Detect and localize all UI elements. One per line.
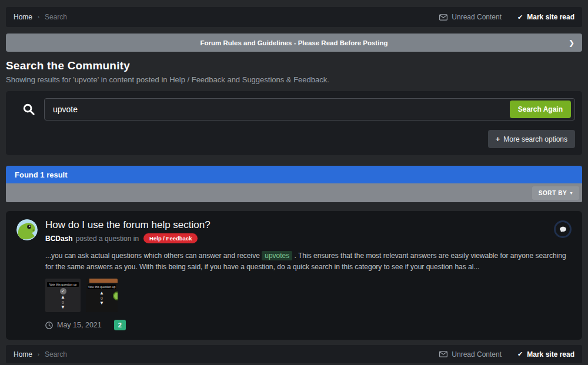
- chevron-right-icon: ›: [38, 351, 39, 357]
- result-title-link[interactable]: How do I use the forum help section?: [45, 219, 554, 231]
- more-search-options-button[interactable]: + More search options: [488, 130, 575, 148]
- thumb-tooltip-text: Vote this question up: [88, 284, 116, 289]
- search-again-button[interactable]: Search Again: [510, 101, 571, 118]
- bottom-bar-actions: Unread Content ✔ Mark site read: [439, 350, 574, 359]
- unread-content-label: Unread Content: [452, 350, 502, 359]
- unread-content-link[interactable]: Unread Content: [439, 350, 502, 359]
- breadcrumb-home-link[interactable]: Home: [14, 13, 32, 21]
- caret-down-icon: ▾: [570, 190, 573, 196]
- bottom-bar: Home › Search Unread Content ✔ Mark site…: [6, 345, 582, 363]
- plus-icon: +: [496, 135, 500, 143]
- top-bar-actions: Unread Content ✔ Mark site read: [439, 13, 574, 21]
- more-options-row: + More search options: [13, 130, 575, 148]
- breadcrumb: Home › Search: [14, 13, 67, 21]
- unread-content-link[interactable]: Unread Content: [439, 13, 502, 21]
- search-input-wrap: Search Again: [44, 98, 575, 120]
- avatar[interactable]: [16, 219, 38, 240]
- byline-verb: posted a question in: [76, 235, 139, 243]
- category-badge[interactable]: Help / Feedback: [143, 233, 198, 243]
- result-byline: BCDash posted a question in Help / Feedb…: [45, 233, 554, 243]
- mark-site-read-link[interactable]: ✔ Mark site read: [517, 350, 574, 359]
- page-subtitle: Showing results for 'upvote' in content …: [6, 75, 582, 84]
- clock-icon: [45, 322, 53, 329]
- chevron-right-icon: ❯: [569, 39, 574, 47]
- reply-count-badge[interactable]: 2: [114, 320, 126, 330]
- breadcrumb-current: Search: [45, 13, 67, 21]
- search-input[interactable]: [52, 104, 510, 115]
- result-footer: May 15, 2021 2: [45, 320, 572, 330]
- author-link[interactable]: BCDash: [45, 235, 73, 243]
- snippet-text-before: ...you can ask actual questions which ot…: [45, 252, 262, 260]
- question-bubble-icon: [554, 220, 572, 238]
- thumb-tooltip-text: Vote this question up: [47, 282, 79, 287]
- result-snippet: ...you can ask actual questions which ot…: [45, 250, 572, 272]
- sort-by-button[interactable]: SORT BY ▾: [532, 186, 579, 200]
- breadcrumb-home-link[interactable]: Home: [14, 350, 32, 359]
- thumb-vote-controls: ✓ ▲ 0 ▼: [45, 288, 81, 310]
- speech-bubble-icon: [559, 226, 567, 233]
- more-search-options-label: More search options: [503, 135, 567, 143]
- breadcrumb: Home › Search: [14, 350, 67, 359]
- check-icon: ✔: [517, 14, 523, 21]
- thumbnail-vote-screenshot-2[interactable]: Vote this question up ▲ 0 ▼: [86, 279, 118, 312]
- thumbnail-vote-screenshot-1[interactable]: Vote this question up ✓ ▲ 0 ▼: [45, 279, 81, 312]
- results-count-text: Found 1 result: [15, 170, 68, 179]
- downvote-arrow-icon: ▼: [61, 305, 65, 310]
- results-count-bar: Found 1 result: [6, 166, 582, 183]
- unread-content-label: Unread Content: [452, 13, 502, 21]
- chevron-right-icon: ›: [38, 14, 39, 20]
- breadcrumb-current: Search: [45, 350, 67, 359]
- downvote-arrow-icon: ▼: [99, 301, 104, 306]
- search-icon: [22, 103, 35, 116]
- search-results-page: Home › Search Unread Content ✔ Mark site…: [0, 7, 588, 365]
- result-head-text: How do I use the forum help section? BCD…: [45, 219, 554, 243]
- top-bar: Home › Search Unread Content ✔ Mark site…: [6, 7, 582, 27]
- result-body: ...you can ask actual questions which ot…: [45, 250, 572, 330]
- result-header: How do I use the forum help section? BCD…: [16, 219, 572, 243]
- forum-rules-banner-text: Forum Rules and Guidelines - Please Read…: [201, 39, 388, 46]
- thumb-header-bar: [89, 279, 118, 283]
- check-circle-icon: ✓: [60, 288, 66, 294]
- upvote-arrow-icon: ▲: [61, 295, 65, 300]
- search-panel: Search Again + More search options: [6, 91, 582, 155]
- search-result-item: How do I use the forum help section? BCD…: [6, 211, 582, 340]
- page-title: Search the Community: [6, 59, 582, 72]
- highlighted-search-term: upvotes: [262, 251, 292, 260]
- mark-site-read-label: Mark site read: [527, 350, 574, 359]
- gecko-avatar-image: [16, 219, 38, 240]
- envelope-icon: [439, 351, 447, 357]
- attachment-thumbnails: Vote this question up ✓ ▲ 0 ▼ Vote this …: [45, 279, 572, 312]
- page-header: Search the Community Showing results for…: [6, 59, 582, 84]
- mark-site-read-link[interactable]: ✔ Mark site read: [517, 13, 574, 21]
- envelope-icon: [439, 14, 447, 21]
- sort-bar: SORT BY ▾: [6, 183, 582, 202]
- check-icon: ✔: [517, 350, 523, 358]
- upvote-arrow-icon: ▲: [99, 291, 104, 296]
- sort-by-label: SORT BY: [539, 190, 567, 196]
- search-row: Search Again: [13, 98, 575, 120]
- forum-rules-banner[interactable]: Forum Rules and Guidelines - Please Read…: [6, 34, 582, 52]
- mark-site-read-label: Mark site read: [527, 13, 574, 21]
- result-date: May 15, 2021: [57, 321, 102, 329]
